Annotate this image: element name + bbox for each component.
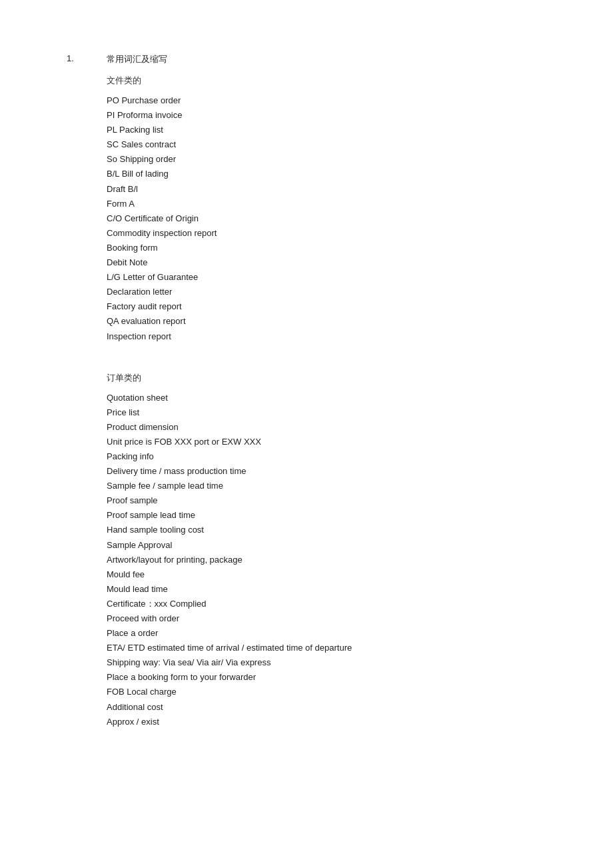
category-label-orders: 订单类的 [107,372,613,384]
list-item: So Shipping order [107,152,613,167]
list-item: Additional cost [107,700,613,715]
section: 1. 常用词汇及缩写 文件类的 PO Purchase order PI Pro… [67,53,613,743]
section-number: 1. [67,53,87,743]
list-item: Artwork/layout for printing, package [107,553,613,567]
list-item: FOB Local charge [107,685,613,699]
list-item: Sample fee / sample lead time [107,479,613,493]
section-body: 常用词汇及缩写 文件类的 PO Purchase order PI Profor… [107,53,613,743]
orders-list: Quotation sheet Price list Product dimen… [107,391,613,729]
list-item: Form A [107,197,613,211]
documents-list: PO Purchase order PI Proforma invoice PL… [107,93,613,344]
list-item: Certificate：xxx Complied [107,597,613,611]
list-item: Sample Approval [107,538,613,553]
list-item: Debit Note [107,255,613,270]
list-item: Quotation sheet [107,391,613,405]
list-item: Delivery time / mass production time [107,464,613,479]
list-item: Mould fee [107,567,613,582]
list-item: Hand sample tooling cost [107,523,613,537]
list-item: Proof sample [107,493,613,508]
list-item: Unit price is FOB XXX port or EXW XXX [107,435,613,449]
list-item: C/O Certificate of Origin [107,211,613,226]
list-item: Booking form [107,241,613,255]
list-item: Inspection report [107,329,613,344]
list-item: Commodity inspection report [107,226,613,241]
list-item: QA evaluation report [107,314,613,329]
list-item: Price list [107,405,613,420]
list-item: Place a order [107,626,613,641]
list-item: SC Sales contract [107,137,613,152]
category-orders: 订单类的 Quotation sheet Price list Product … [107,372,613,729]
list-item: Proceed with order [107,611,613,626]
section-title: 常用词汇及缩写 [107,53,613,65]
list-item: Proof sample lead time [107,508,613,523]
spacer [107,357,613,369]
page-content: 1. 常用词汇及缩写 文件类的 PO Purchase order PI Pro… [0,53,613,743]
list-item: Product dimension [107,420,613,435]
list-item: B/L Bill of lading [107,167,613,181]
list-item: PL Packing list [107,123,613,137]
list-item: Approx / exist [107,715,613,729]
list-item: Declaration letter [107,285,613,299]
list-item: L/G Letter of Guarantee [107,270,613,285]
list-item: PI Proforma invoice [107,108,613,123]
list-item: ETA/ ETD estimated time of arrival / est… [107,641,613,655]
list-item: Mould lead time [107,582,613,597]
category-label-documents: 文件类的 [107,75,613,87]
list-item: Shipping way: Via sea/ Via air/ Via expr… [107,655,613,670]
list-item: Factory audit report [107,299,613,314]
list-item: PO Purchase order [107,93,613,108]
category-documents: 文件类的 PO Purchase order PI Proforma invoi… [107,75,613,344]
list-item: Draft B/l [107,182,613,197]
list-item: Packing info [107,449,613,464]
list-item: Place a booking form to your forwarder [107,670,613,685]
